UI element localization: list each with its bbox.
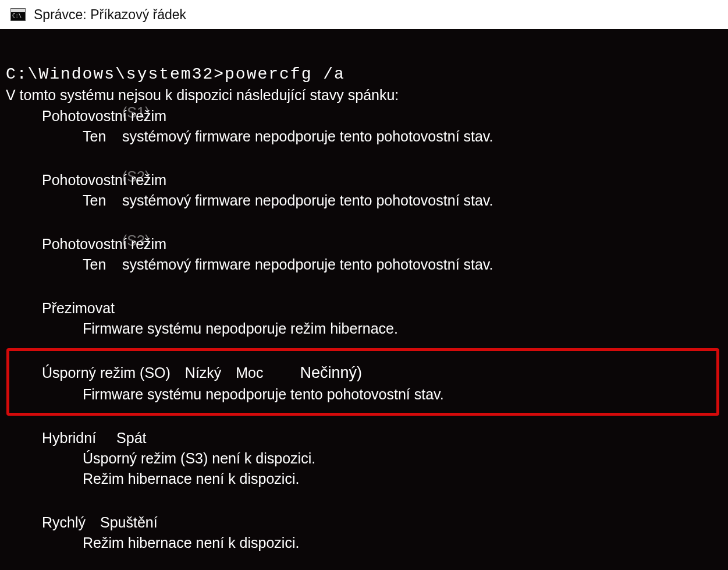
terminal-area[interactable]: C:\Windows\system32>powercfg /a V tomto …: [0, 29, 728, 570]
section-hybrid-title: Hybridní Spát: [0, 428, 728, 448]
section-s2-title: Pohotovostní režim (S2): [0, 170, 728, 190]
section-s1-line-0: Ten systémový firmware nepodporuje tento…: [0, 126, 728, 147]
section-s1-ghost: (S1): [122, 102, 150, 123]
section-s0: Úsporný režim (SO) Nízký Moc Nečinný) Fi…: [0, 362, 728, 405]
section-s1: Pohotovostní režim (S1) Ten systémový fi…: [0, 106, 728, 147]
section-s2-line-0: Ten systémový firmware nepodporuje tento…: [0, 190, 728, 211]
section-s0-title: Úsporný režim (SO) Nízký Moc Nečinný): [0, 362, 728, 384]
section-s2-ghost: (S2): [122, 167, 150, 187]
section-hybrid-title-p2: Spát: [116, 428, 146, 448]
prompt-line: C:\Windows\system32>powercfg /a: [0, 29, 728, 87]
section-hibernate-title: Přezimovat: [0, 298, 728, 318]
section-hibernate: Přezimovat Firmware systému nepodporuje …: [0, 298, 728, 339]
titlebar: Správce: Příkazový řádek: [0, 0, 728, 29]
section-s3-title: Pohotovostní režim (S3): [0, 234, 728, 254]
section-s0-title-p3: Moc: [236, 363, 263, 383]
section-s1-title: Pohotovostní režim (S1): [0, 106, 728, 126]
section-s3: Pohotovostní režim (S3) Ten systémový fi…: [0, 234, 728, 275]
section-hybrid: Hybridní Spát Úsporný režim (S3) není k …: [0, 428, 728, 489]
section-s0-title-p2: Nízký: [185, 363, 222, 383]
section-hibernate-line-0: Firmware systému nepodporuje režim hiber…: [0, 318, 728, 339]
section-fast-line-0: Režim hibernace není k dispozici.: [0, 533, 728, 553]
section-s3-ghost: (S3): [122, 231, 150, 251]
section-fast-title-p1: Rychlý: [42, 512, 86, 533]
section-s3-line-0: Ten systémový firmware nepodporuje tento…: [0, 254, 728, 275]
section-s0-line-0: Firmware systému nepodporuje tento pohot…: [0, 384, 728, 405]
section-s2: Pohotovostní režim (S2) Ten systémový fi…: [0, 170, 728, 211]
intro-text: V tomto systému nejsou k dispozici násle…: [0, 87, 728, 104]
section-fast-title: Rychlý Spuštění: [0, 512, 728, 533]
section-s0-title-p4: Nečinný): [300, 362, 362, 384]
window-title: Správce: Příkazový řádek: [34, 7, 186, 23]
section-fast-title-p2: Spuštění: [100, 512, 158, 533]
section-hybrid-line-1: Režim hibernace není k dispozici.: [0, 469, 728, 489]
section-hybrid-line-0: Úsporný režim (S3) není k dispozici.: [0, 448, 728, 469]
section-hybrid-title-p1: Hybridní: [42, 428, 96, 448]
cmd-icon: [10, 8, 26, 21]
section-fast: Rychlý Spuštění Režim hibernace není k d…: [0, 512, 728, 553]
section-s0-title-p1: Úsporný režim (SO): [42, 363, 171, 383]
